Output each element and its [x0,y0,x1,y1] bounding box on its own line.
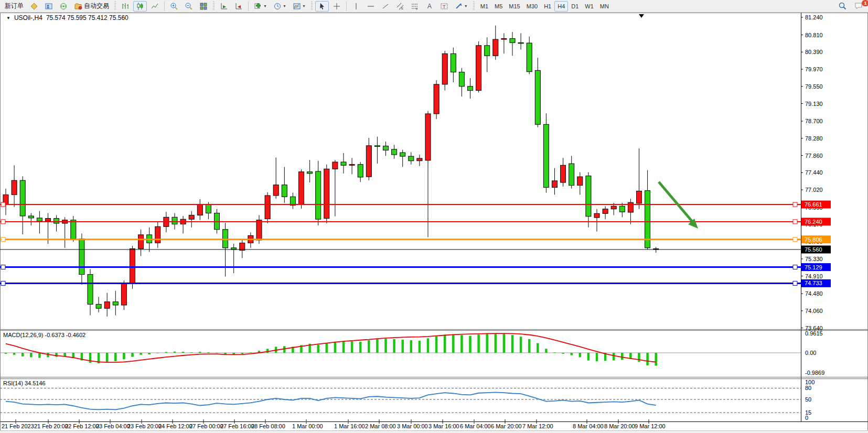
time-tick-label: 2 Mar 08:00 [365,423,396,429]
candle-body [392,149,397,155]
time-tick-label: 7 Mar 12:00 [522,423,553,429]
candle-body [569,164,574,185]
candle-body [46,219,51,221]
candle-body [552,181,558,187]
candle-body [333,162,338,169]
line-handle[interactable] [1,281,5,285]
candle-body [189,215,194,219]
time-tick-label: 3 Mar 16:00 [428,423,459,429]
price-tick-label: 75.330 [805,256,823,262]
candle-body [628,202,633,212]
rsi-axis-label: 80 [805,385,811,391]
time-tick-label: 8 Mar 04:00 [573,423,604,429]
time-tick-label: 8 Mar 20:00 [604,423,635,429]
price-tick-label: 74.910 [805,273,823,279]
time-tick-label: 21 Feb 2023 [2,423,34,429]
rsi-axis-label: 0 [805,415,808,421]
candle-body [104,302,110,308]
candle-body [113,302,118,305]
candle-body [518,42,523,44]
candle-body [493,39,498,56]
candle-body [400,153,405,156]
price-badge-label: 75.560 [805,246,822,253]
price-tick-label: 74.060 [805,308,823,314]
line-handle[interactable] [1,202,5,207]
candle-body [299,172,304,204]
line-handle[interactable] [793,237,797,242]
rsi-indicator-label: RSI(14) 34.5146 [3,380,46,386]
candle-body [12,180,17,194]
candle-body [476,46,481,91]
time-tick-label: 6 Mar 04:00 [460,423,491,429]
candle-body [594,213,599,218]
candle-body [501,39,507,40]
candle-body [434,84,439,114]
line-handle[interactable] [1,265,5,269]
rsi-axis-label: 100 [805,379,815,385]
time-tick-label: 9 Mar 12:00 [635,423,666,429]
candle-body [282,185,287,197]
candle-body [197,204,202,215]
line-handle[interactable] [793,220,797,224]
line-handle[interactable] [1,220,5,224]
candle-body [341,162,346,165]
candle-body [417,158,422,161]
candle-body [79,239,84,275]
time-tick-label: 22 Feb 12:00 [65,423,99,429]
macd-axis-label: -0.9869 [805,370,824,376]
candle-body [383,146,389,150]
candle-body [611,206,616,209]
line-handle[interactable] [793,202,797,207]
candle-body [138,235,144,249]
time-tick-label: 3 Mar 00:00 [397,423,428,429]
ohlc-values: 75.574 75.595 75.412 75.560 [46,14,128,21]
line-handle[interactable] [1,237,5,242]
time-tick-label: 24 Feb 12:00 [158,423,192,429]
chart-canvas[interactable]: 81.24080.81080.39079.97079.55079.13078.7… [0,0,868,433]
candle-body [468,86,473,91]
price-badge-label: 74.733 [805,280,822,286]
candle-body [130,248,135,284]
price-tick-label: 80.390 [805,49,823,55]
price-tick-label: 80.810 [805,32,823,38]
price-badge-label: 75.129 [805,264,822,270]
candle-body [316,171,321,219]
terminal-window: 新订单 自动交易 [0,0,868,433]
candle-body [54,219,59,223]
line-handle[interactable] [793,281,797,285]
candle-body [96,304,101,308]
candle-body [459,72,464,86]
time-tick-label: 23 Feb 20:00 [127,423,162,429]
candle-body [527,43,532,72]
line-handle[interactable] [793,265,797,269]
candle-body [240,243,245,250]
candle-body [273,185,278,196]
price-tick-label: 79.970 [805,66,823,72]
price-tick-label: 79.130 [805,101,823,107]
candle-body [307,172,313,174]
collapse-triangle-icon[interactable]: ▼ [6,16,10,20]
macd-axis-label: 0.9615 [805,330,823,337]
candle-body [577,177,583,185]
candle-body [324,169,329,218]
candle-body [20,180,25,216]
candle-body [71,220,76,239]
candle-body [637,191,642,203]
time-tick-label: 27 Feb 16:00 [220,423,254,429]
candle-body [28,216,34,218]
candle-body [409,156,414,161]
candle-body [485,46,490,56]
candle-body [543,124,549,187]
candle-body [586,176,591,216]
chart-title: ▼ USOil-,H4 75.574 75.595 75.412 75.560 [6,14,128,21]
candle-body [425,114,431,160]
rsi-axis-label: 50 [805,396,811,403]
time-tick-label: 27 Feb 00:00 [189,423,223,429]
candle-body [366,146,371,177]
symbol-timeframe-label: USOil-,H4 [14,14,42,21]
time-tick-label: 28 Feb 08:00 [251,423,285,429]
macd-axis-label: 0.00 [805,350,816,356]
candle-body [561,165,566,182]
candle-body [374,146,380,147]
macd-indicator-label: MACD(12,26,9) -0.6373 -0.4602 [3,332,85,338]
